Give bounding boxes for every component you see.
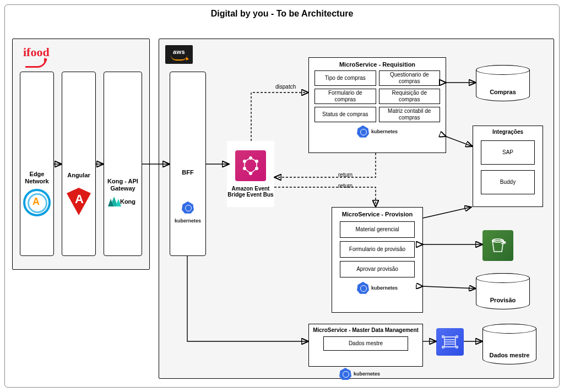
svg-point-2 bbox=[256, 167, 258, 170]
ms-req-item: Status de compras bbox=[314, 107, 376, 122]
integrations-box: Integrações SAP Buddy bbox=[473, 126, 543, 207]
ms-provision: MicroService - Provision Material gerenc… bbox=[332, 207, 423, 313]
ms-req-runtime: kubernetes bbox=[309, 126, 446, 138]
svg-point-7 bbox=[503, 242, 505, 243]
cache-icon bbox=[436, 328, 464, 356]
bff-runtime-label: kubernetes bbox=[175, 218, 201, 224]
svg-point-1 bbox=[256, 160, 258, 162]
db-mdm-label: Dados mestre bbox=[483, 352, 536, 358]
label-return1: return bbox=[338, 172, 352, 178]
eventbridge-label: Amazon Event Bridge Event Bus bbox=[226, 186, 275, 198]
ms-req-item: Formulario de compras bbox=[314, 89, 376, 104]
db-compras-label: Compras bbox=[476, 89, 529, 95]
ms-mdm-item: Dados mestre bbox=[323, 336, 408, 351]
ms-mdm-title: MicroService - Master Data Management bbox=[309, 324, 422, 336]
ms-prov-item: Material gerencial bbox=[340, 221, 415, 238]
angular-node: Angular A bbox=[62, 72, 96, 256]
kubernetes-icon bbox=[182, 202, 194, 214]
ms-prov-item: Formulario de provisão bbox=[340, 241, 415, 258]
kubernetes-icon bbox=[357, 126, 369, 138]
ms-provision-title: MicroService - Provision bbox=[332, 208, 422, 221]
eventbridge-node: Amazon Event Bridge Event Bus bbox=[227, 141, 274, 207]
svg-rect-14 bbox=[456, 336, 458, 337]
s3-bucket bbox=[482, 230, 513, 261]
ms-prov-runtime: kubernetes bbox=[332, 282, 422, 294]
angular-icon: A bbox=[67, 193, 91, 215]
svg-rect-15 bbox=[456, 346, 458, 348]
svg-point-4 bbox=[243, 167, 246, 170]
db-compras: Compras bbox=[476, 65, 530, 101]
ms-req-item: Requisição de compras bbox=[379, 89, 441, 104]
ifood-logo-text: ifood bbox=[23, 46, 50, 58]
svg-rect-12 bbox=[442, 336, 444, 337]
kubernetes-icon bbox=[339, 368, 351, 380]
page-title: Digital by you - To be Architecture bbox=[0, 9, 564, 19]
kong-brand: Kong bbox=[120, 198, 135, 205]
edge-network-node: Edge Network A bbox=[20, 72, 54, 256]
angular-label: Angular bbox=[67, 172, 90, 179]
svg-point-3 bbox=[250, 172, 252, 175]
db-provisao: Provisão bbox=[476, 273, 530, 309]
ms-requisition: MicroService - Requisition Tipo de compr… bbox=[308, 57, 446, 153]
ms-req-item: Matriz contabil de compras bbox=[379, 107, 441, 122]
ifood-logo: ifood bbox=[23, 46, 50, 68]
edge-network-label: Edge Network bbox=[24, 171, 50, 184]
aws-smile-icon bbox=[171, 55, 187, 61]
ms-mdm-runtime: kubernetes bbox=[339, 368, 380, 380]
bff-node: BFF kubernetes bbox=[170, 72, 206, 256]
db-provisao-label: Provisão bbox=[476, 297, 529, 303]
kong-label: Kong - API Gateway bbox=[107, 178, 138, 192]
label-dispatch: dispatch bbox=[275, 84, 296, 90]
akamai-icon: A bbox=[23, 189, 51, 216]
aws-logo: aws bbox=[165, 45, 193, 64]
svg-point-0 bbox=[250, 156, 252, 159]
svg-point-5 bbox=[243, 160, 246, 162]
aws-logo-text: aws bbox=[173, 48, 185, 55]
ms-prov-item: Aprovar provisão bbox=[340, 261, 415, 277]
kubernetes-icon bbox=[357, 282, 369, 294]
kong-icon: Kong bbox=[110, 197, 135, 206]
integration-item: SAP bbox=[481, 140, 535, 165]
bff-runtime bbox=[182, 202, 194, 214]
integration-item: Buddy bbox=[481, 170, 535, 194]
ms-req-item: Tipo de compras bbox=[314, 70, 376, 86]
ms-requisition-title: MicroService - Requisition bbox=[309, 58, 446, 70]
svg-rect-13 bbox=[442, 346, 444, 348]
bff-label: BFF bbox=[182, 169, 193, 176]
bucket-icon bbox=[482, 230, 513, 261]
elasticache bbox=[436, 328, 464, 356]
eventbridge-icon bbox=[235, 150, 266, 181]
db-mdm: Dados mestre bbox=[482, 324, 536, 364]
architecture-diagram: Digital by you - To be Architecture ifoo… bbox=[0, 0, 564, 392]
ifood-arrow-icon bbox=[25, 58, 47, 68]
label-return2: return bbox=[338, 183, 352, 189]
kong-node: Kong - API Gateway Kong bbox=[104, 72, 142, 256]
ms-mdm: MicroService - Master Data Management Da… bbox=[308, 324, 423, 367]
integrations-title: Integrações bbox=[473, 126, 543, 138]
ms-req-item: Questionario de compras bbox=[379, 70, 441, 86]
